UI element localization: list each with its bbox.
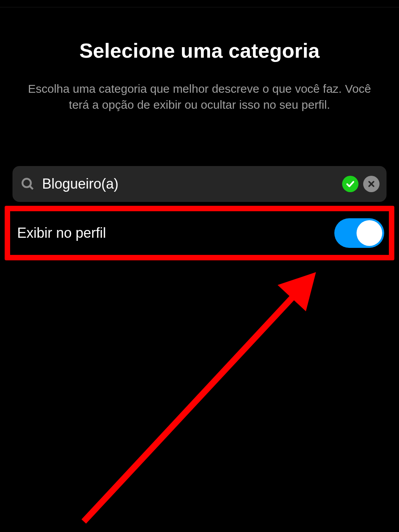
confirm-button[interactable] (342, 176, 358, 192)
top-divider (0, 7, 399, 7)
search-icon (21, 177, 34, 191)
svg-line-1 (30, 186, 33, 189)
close-icon (367, 180, 375, 188)
category-search-field[interactable] (12, 166, 387, 202)
svg-line-5 (84, 277, 312, 521)
annotation-highlight-box (5, 206, 394, 260)
clear-button[interactable] (363, 176, 380, 192)
header-block: Selecione uma categoria Escolha uma cate… (0, 39, 399, 113)
category-input[interactable] (42, 176, 342, 192)
check-icon (346, 179, 355, 189)
svg-point-0 (23, 179, 31, 187)
page-title: Selecione uma categoria (16, 39, 383, 62)
page-subtitle: Escolha uma categoria que melhor descrev… (16, 81, 383, 113)
